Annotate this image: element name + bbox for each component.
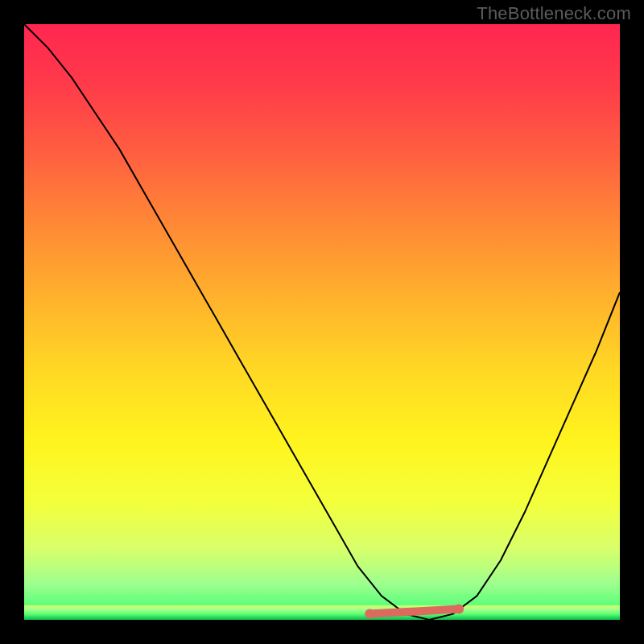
chart-frame: TheBottleneck.com bbox=[0, 0, 644, 644]
watermark-text: TheBottleneck.com bbox=[477, 3, 631, 24]
chart-svg bbox=[24, 24, 620, 620]
bottom-hatch bbox=[24, 573, 620, 605]
plot-area bbox=[24, 24, 620, 620]
bottom-strip bbox=[24, 605, 620, 620]
curve-path bbox=[24, 24, 620, 620]
